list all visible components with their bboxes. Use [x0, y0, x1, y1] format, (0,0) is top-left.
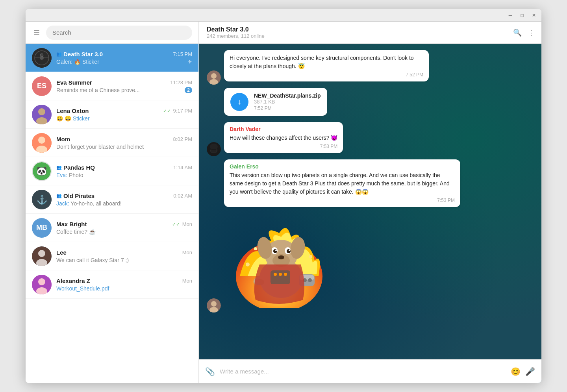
chat-name-lee: Lee	[56, 249, 67, 256]
message-row-4: Galen Erso This version can blow up two …	[207, 159, 534, 210]
unread-badge-eva: 2	[185, 87, 192, 93]
emoji-icon[interactable]: 😊	[511, 367, 521, 376]
minimize-button[interactable]: ─	[506, 11, 515, 20]
sticker-message	[224, 213, 334, 309]
svg-rect-26	[211, 149, 217, 152]
message-input[interactable]	[220, 368, 506, 375]
chat-name-eva-summer: Eva Summer	[56, 79, 92, 86]
title-bar: ─ □ ✕	[26, 9, 541, 22]
sidebar: ☰	[26, 22, 199, 383]
msg-avatar-galen-top	[207, 70, 221, 85]
avatar-mom	[32, 133, 52, 153]
svg-point-36	[246, 263, 250, 266]
svg-point-45	[287, 249, 291, 253]
message-bubble-4: Galen Erso This version can blow up two …	[224, 159, 460, 207]
chat-item-old-pirates[interactable]: ⚓ 👥 Old Pirates 0:02 AM	[26, 185, 198, 214]
svg-rect-56	[271, 270, 290, 284]
avatar-death-star	[32, 48, 52, 68]
file-bubble[interactable]: ↓ NEW_DeathStar.plans.zip 387.1 KB 7:52 …	[224, 88, 327, 116]
svg-point-4	[40, 54, 43, 57]
more-options-icon[interactable]: ⋮	[528, 28, 535, 37]
chat-info-alexandra-z: Alexandra Z Mon Workout_Shedule.pdf	[56, 277, 192, 292]
avatar-pandas-hq: 🐼	[32, 161, 52, 181]
chat-item-eva-summer[interactable]: ES Eva Summer 11:28 PM Reminds me of a C…	[26, 72, 198, 100]
chat-preview-max-bright: Coffee time? ☕	[56, 229, 192, 235]
file-download-button[interactable]: ↓	[230, 93, 248, 111]
chat-time-alexandra-z: Mon	[182, 278, 192, 284]
chat-name-lena-oxton: Lena Oxton	[56, 107, 89, 114]
chat-time-max-bright: ✓✓ Mon	[172, 221, 192, 227]
sidebar-header: ☰	[26, 22, 198, 44]
svg-point-59	[284, 273, 287, 276]
search-icon[interactable]: 🔍	[513, 28, 522, 37]
svg-point-37	[309, 255, 312, 258]
chat-time-lee: Mon	[182, 250, 192, 255]
maximize-button[interactable]: □	[518, 11, 526, 20]
chat-item-mom[interactable]: Mom 8:02 PM Don't forget your blaster an…	[26, 129, 198, 157]
avatar-eva-summer: ES	[32, 76, 52, 96]
chat-time-death-star: 7:15 PM	[173, 51, 192, 57]
chat-time-pandas-hq: 1:14 AM	[173, 165, 192, 170]
chat-preview-lee: We can call it Galaxy Star 7 ;)	[56, 257, 192, 263]
chat-info-mom: Mom 8:02 PM Don't forget your blaster an…	[56, 136, 192, 150]
chat-info-lee: Lee Mon We can call it Galaxy Star 7 ;)	[56, 249, 192, 263]
avatar-max-bright: MB	[32, 218, 52, 238]
tick-max: ✓✓	[172, 222, 180, 227]
group-icon-pirates: 👥	[56, 193, 62, 198]
msg-avatar-darth	[207, 142, 221, 156]
svg-point-22	[211, 73, 217, 79]
svg-point-19	[38, 278, 45, 285]
message-sender-galen: Galen Erso	[230, 163, 455, 170]
file-size: 387.1 KB	[254, 99, 321, 105]
chat-name-death-star: 👥 Death Star 3.0	[56, 51, 103, 57]
message-row-5	[207, 213, 534, 312]
message-time-3: 7:53 PM	[230, 144, 337, 149]
chat-messages: Hi everyone. I've redesigned some key st…	[199, 44, 541, 359]
svg-point-16	[38, 250, 45, 257]
chat-item-lee[interactable]: Lee Mon We can call it Galaxy Star 7 ;)	[26, 242, 198, 270]
tick-lena: ✓✓	[163, 108, 171, 114]
chat-item-max-bright[interactable]: MB Max Bright ✓✓ Mon Coffee time? ☕	[26, 214, 198, 242]
svg-point-55	[308, 278, 312, 282]
svg-point-6	[38, 108, 45, 115]
menu-button[interactable]: ☰	[32, 27, 41, 39]
chat-header: Death Star 3.0 242 members, 112 online 🔍…	[199, 22, 541, 44]
message-row-2: ↓ NEW_DeathStar.plans.zip 387.1 KB 7:52 …	[224, 88, 534, 119]
avatar-lee	[32, 246, 52, 266]
chat-info-eva-summer: Eva Summer 11:28 PM Reminds me of a Chin…	[56, 79, 192, 93]
chat-item-alexandra-z[interactable]: Alexandra Z Mon Workout_Shedule.pdf	[26, 270, 198, 299]
chat-info-max-bright: Max Bright ✓✓ Mon Coffee time? ☕	[56, 221, 192, 235]
close-button[interactable]: ✕	[530, 11, 538, 20]
chat-preview-alexandra-z: Workout_Shedule.pdf	[56, 285, 192, 292]
svg-point-41	[278, 255, 284, 259]
chat-list: 👥 Death Star 3.0 7:15 PM Galen: 🔥 Sticke…	[26, 44, 198, 383]
chat-item-lena-oxton[interactable]: Lena Oxton ✓✓ 9:17 PM 😀 😀 Sticker	[26, 100, 198, 129]
msg-avatar-galen-sticker	[207, 298, 221, 312]
chat-preview-lena-oxton: 😀 😀 Sticker	[56, 115, 192, 122]
svg-point-58	[279, 273, 282, 276]
chat-item-death-star[interactable]: 👥 Death Star 3.0 7:15 PM Galen: 🔥 Sticke…	[26, 44, 198, 72]
message-time-1: 7:52 PM	[230, 72, 423, 78]
svg-point-34	[254, 247, 257, 250]
search-input[interactable]	[46, 26, 192, 40]
message-row-3: Darth Vader How will these changes affec…	[207, 122, 534, 156]
svg-point-9	[38, 137, 45, 144]
file-time: 7:52 PM	[254, 105, 321, 111]
microphone-icon[interactable]: 🎤	[525, 367, 535, 376]
chat-panel: Death Star 3.0 242 members, 112 online 🔍…	[199, 22, 541, 383]
avatar-old-pirates: ⚓	[32, 190, 52, 209]
svg-point-47	[289, 250, 290, 251]
avatar-alexandra-z	[32, 275, 52, 294]
chat-item-pandas-hq[interactable]: 🐼 👥 Pandas HQ 1:14 AM	[26, 157, 198, 185]
chat-header-info: Death Star 3.0 242 members, 112 online	[207, 26, 508, 39]
chat-preview-mom: Don't forget your blaster and helmet	[56, 144, 192, 150]
app-window: ─ □ ✕ ☰	[26, 9, 541, 383]
attachment-icon[interactable]: 📎	[205, 367, 215, 376]
chat-header-name: Death Star 3.0	[207, 26, 508, 33]
group-icon: 👥	[56, 52, 62, 57]
chat-name-old-pirates: 👥 Old Pirates	[56, 192, 94, 199]
chat-time-lena-oxton: ✓✓ 9:17 PM	[163, 108, 192, 114]
svg-point-57	[274, 273, 277, 276]
svg-point-44	[273, 249, 277, 253]
svg-text:⚓: ⚓	[37, 194, 48, 205]
